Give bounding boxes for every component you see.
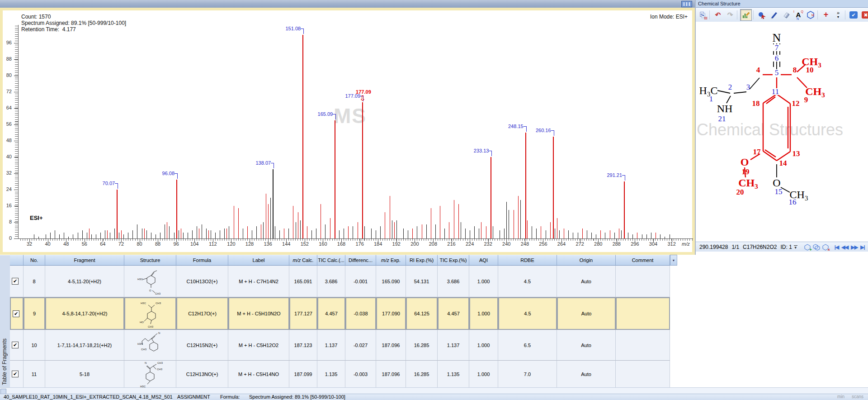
- cell-tic_calc[interactable]: 1.135: [317, 361, 345, 388]
- column-header-rdbe[interactable]: RDBE: [498, 255, 557, 266]
- cell-aqi[interactable]: 1.000: [469, 266, 498, 297]
- draw-bond-tool-icon[interactable]: [769, 10, 779, 20]
- column-header-ri_exp[interactable]: RI Exp.(%): [406, 255, 438, 266]
- row-checkbox[interactable]: ✔: [12, 342, 19, 348]
- cell-no[interactable]: 11: [24, 361, 45, 388]
- cell-check[interactable]: ✔: [10, 361, 24, 388]
- peak-260.16[interactable]: [553, 137, 554, 238]
- cell-origin[interactable]: Auto: [557, 266, 616, 297]
- cell-fragment[interactable]: 4-5,11-20(+H2): [45, 266, 124, 297]
- cell-comment[interactable]: [616, 361, 670, 388]
- unit-min-label[interactable]: min: [837, 394, 844, 399]
- cell-structure[interactable]: H3NCH3N: [124, 330, 176, 361]
- cell-mz_calc[interactable]: 177.127: [289, 297, 317, 330]
- column-header-comment[interactable]: Comment: [616, 255, 670, 266]
- peak-138.07[interactable]: [273, 169, 274, 238]
- structure-canvas[interactable]: Chemical Structures 76548109123211118121…: [696, 22, 868, 242]
- peak-177.09[interactable]: [362, 102, 363, 239]
- table-row-8[interactable]: ✔84-5,11-20(+H2)OCH3H3CC10H13O2(+)M + H …: [10, 266, 677, 297]
- cell-fragment[interactable]: 4-5,8-14,17-20(+H2): [45, 297, 124, 330]
- assign-structure-tool-icon[interactable]: [740, 9, 752, 21]
- delete-structure-record-icon[interactable]: ×: [822, 244, 829, 251]
- cell-structure[interactable]: NCH3CH3H3C: [124, 361, 176, 388]
- cell-comment[interactable]: [616, 297, 670, 330]
- column-header-mz_calc[interactable]: m/z Calc.: [289, 255, 317, 266]
- export-structure-icon[interactable]: ⎘▤: [697, 10, 708, 20]
- cell-origin[interactable]: Auto: [557, 330, 616, 361]
- cell-no[interactable]: 10: [24, 330, 45, 361]
- eraser-tool-icon[interactable]: [781, 10, 792, 20]
- cell-tic_calc[interactable]: 3.686: [317, 266, 345, 297]
- cell-mz_calc[interactable]: 165.091: [289, 266, 317, 297]
- horizontal-scrollbar[interactable]: [0, 387, 868, 394]
- column-header-origin[interactable]: Origin: [557, 255, 616, 266]
- table-row-9[interactable]: ✔94-5,8-14,17-20(+H2)H3CCH3HOCH3C12H17O(…: [10, 297, 677, 330]
- atom-label-tool-icon[interactable]: IAQN: [793, 10, 804, 20]
- add-structure-icon[interactable]: +: [821, 10, 831, 20]
- cell-tic_exp[interactable]: 1.135: [438, 361, 469, 388]
- cell-mz_exp[interactable]: 165.090: [376, 266, 406, 297]
- cell-tic_calc[interactable]: 4.457: [317, 297, 345, 330]
- column-options-button[interactable]: ▼: [670, 255, 677, 266]
- cell-tic_exp[interactable]: 3.686: [438, 266, 469, 297]
- column-header-label[interactable]: Label: [228, 255, 289, 266]
- peak-291.21[interactable]: [624, 181, 625, 238]
- cell-ri_exp[interactable]: 54.131: [406, 266, 438, 297]
- peak-248.15[interactable]: [525, 133, 526, 238]
- cell-aqi[interactable]: 1.000: [469, 297, 498, 330]
- peak-165.09[interactable]: [335, 120, 335, 238]
- cell-check[interactable]: ✔: [10, 266, 24, 297]
- row-checkbox[interactable]: ✔: [12, 278, 19, 285]
- cell-difference[interactable]: -0.038: [345, 297, 376, 330]
- cell-ri_exp[interactable]: 16.285: [406, 330, 438, 361]
- spectrum-plot[interactable]: Count: 1570 Spectrum Assigned: 89.1% [50…: [0, 8, 695, 255]
- redo-icon[interactable]: ↷: [725, 10, 736, 20]
- peak-233.13[interactable]: [491, 157, 491, 238]
- cell-aqi[interactable]: 1.000: [469, 361, 498, 388]
- cell-difference[interactable]: -0.003: [345, 361, 376, 388]
- cell-label[interactable]: M + H - C7H14N2: [228, 266, 289, 297]
- column-header-aqi[interactable]: AQI: [469, 255, 498, 266]
- cell-aqi[interactable]: 1.000: [469, 330, 498, 361]
- cell-difference[interactable]: -0.027: [345, 330, 376, 361]
- structure-panel-titlebar[interactable]: Chemical Structure: [696, 0, 868, 8]
- column-header-tic_calc[interactable]: TIC Calc.(...: [317, 255, 345, 266]
- cell-no[interactable]: 9: [24, 297, 45, 330]
- column-header-structure[interactable]: Structure: [124, 255, 176, 266]
- column-header-no[interactable]: No.: [24, 255, 45, 266]
- cell-mz_calc[interactable]: 187.123: [289, 330, 317, 361]
- add-structure-record-icon[interactable]: +: [804, 244, 811, 251]
- cell-formula[interactable]: C10H13O2(+): [176, 266, 228, 297]
- cell-rdbe[interactable]: 4.5: [498, 266, 557, 297]
- column-header-tic_exp[interactable]: TIC Exp.(%): [438, 255, 469, 266]
- cell-ri_exp[interactable]: 64.125: [406, 297, 438, 330]
- cell-label[interactable]: M + H - C5H14NO: [228, 361, 289, 388]
- cell-formula[interactable]: C12H17O(+): [176, 297, 228, 330]
- cell-comment[interactable]: [616, 330, 670, 361]
- ring-tool-icon[interactable]: M: [805, 10, 816, 20]
- cell-rdbe[interactable]: 4.5: [498, 297, 557, 330]
- cancel-icon[interactable]: ✖: [860, 10, 868, 20]
- cell-tic_exp[interactable]: 4.457: [438, 297, 469, 330]
- cell-structure[interactable]: H3CCH3HOCH3: [124, 297, 176, 330]
- next-record-button[interactable]: ▶▶: [851, 244, 858, 250]
- cell-comment[interactable]: [616, 266, 670, 297]
- dock-icon[interactable]: [681, 1, 692, 7]
- cell-mz_exp[interactable]: 187.096: [376, 330, 406, 361]
- cell-difference[interactable]: -0.001: [345, 266, 376, 297]
- table-row-11[interactable]: ✔115-18NCH3CH3H3CC12H13NO(+)M + H - C5H1…: [10, 361, 677, 388]
- column-header-mz_exp[interactable]: m/z Exp.: [376, 255, 406, 266]
- peak-151.08[interactable]: [302, 35, 303, 238]
- apply-icon[interactable]: ✔: [848, 10, 859, 20]
- cell-mz_calc[interactable]: 187.099: [289, 361, 317, 388]
- row-checkbox[interactable]: ✔: [12, 371, 19, 377]
- table-row-10[interactable]: ✔101-7,11-14,17-18,21(+H2)H3NCH3NC12H15N…: [10, 330, 677, 361]
- table-of-fragments-tab[interactable]: Table of Fragments: [0, 255, 10, 388]
- peak-96.08[interactable]: [176, 180, 177, 239]
- column-header-formula[interactable]: Formula: [176, 255, 228, 266]
- cell-tic_calc[interactable]: 1.137: [317, 330, 345, 361]
- cell-origin[interactable]: Auto: [557, 361, 616, 388]
- last-record-button[interactable]: ▶|: [860, 244, 865, 250]
- copy-structure-record-icon[interactable]: [813, 244, 820, 251]
- cell-ri_exp[interactable]: 16.285: [406, 361, 438, 388]
